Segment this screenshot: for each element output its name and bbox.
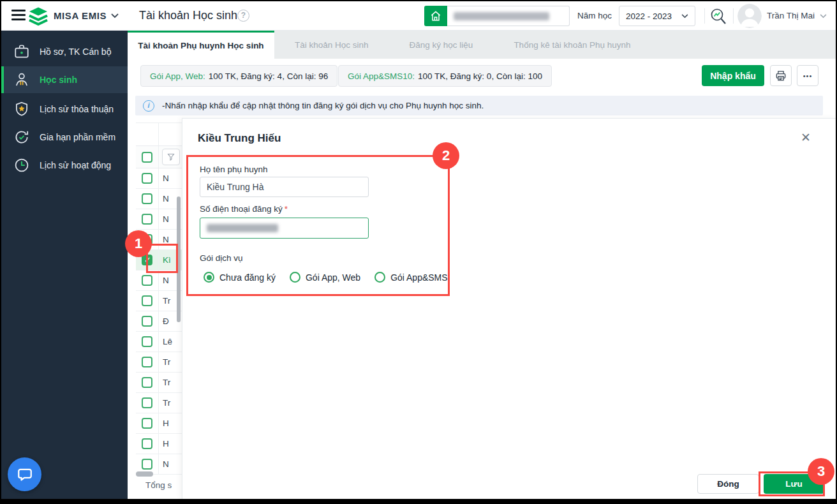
parent-name: H — [159, 439, 169, 448]
table-row[interactable]: Tr — [136, 352, 182, 373]
chevron-down-icon[interactable] — [111, 13, 119, 19]
help-icon[interactable]: ? — [237, 10, 249, 22]
tab-tai-khoan-phu-huynh-hoc-sinh[interactable]: Tài khoản Phụ huynh Học sinh — [128, 31, 274, 59]
parent-name: N — [159, 174, 169, 183]
sidebar-item-label: Hồ sơ, TK Cán bộ — [40, 47, 111, 57]
row-checkbox[interactable] — [142, 397, 152, 408]
package-label: Gói dịch vụ — [200, 253, 243, 263]
search-analytics-icon[interactable] — [708, 6, 729, 29]
table-row[interactable]: N — [136, 209, 182, 230]
close-icon[interactable]: ✕ — [801, 131, 811, 144]
row-checkbox[interactable] — [142, 438, 152, 449]
radio-selected-icon[interactable] — [204, 272, 214, 283]
row-checkbox[interactable] — [142, 377, 152, 388]
divider — [733, 8, 734, 24]
parent-name-label: Họ tên phụ huynh — [200, 165, 268, 174]
radio-icon[interactable] — [290, 272, 300, 283]
info-bar: i -Nhấn nhập khẩu để cập nhật thông tin … — [135, 96, 823, 115]
table-row[interactable]: Tr — [136, 291, 182, 311]
parent-name: Lê — [159, 337, 172, 346]
radio-label: Gói App&SMS — [390, 272, 448, 283]
sidebar-item-hoc-sinh[interactable]: Học sinh — [1, 66, 128, 93]
sidebar-item-ho-so-tk-can-bo[interactable]: Hồ sơ, TK Cán bộ — [1, 38, 128, 65]
screenshot-frame: MISA EMIS Tài khoản Học sinh ? Năm học 2… — [0, 0, 837, 504]
more-options-button[interactable]: ••• — [797, 65, 818, 86]
row-checkbox-checked[interactable] — [142, 255, 152, 265]
radio-goi-app-sms[interactable]: Gói App&SMS — [374, 272, 448, 283]
table-row[interactable]: Tr — [136, 393, 182, 413]
row-checkbox[interactable] — [142, 316, 152, 327]
sidebar-item-lich-su-thoa-thuan[interactable]: Lịch sử thỏa thuận — [1, 96, 128, 122]
import-button[interactable]: Nhập khẩu — [702, 65, 764, 86]
table-horizontal-scrollbar[interactable] — [136, 471, 153, 477]
row-checkbox[interactable] — [142, 275, 152, 286]
table-row[interactable]: N — [136, 230, 182, 250]
row-checkbox[interactable] — [142, 459, 152, 470]
table-row[interactable]: H — [136, 413, 182, 434]
misa-emis-logo-icon — [27, 6, 50, 29]
save-button[interactable]: Lưu — [764, 474, 824, 494]
package-badge-app-sms: Gói App&SMS10: 100 TK, Đăng ký: 0, Còn l… — [338, 65, 552, 87]
table-row[interactable]: Đ — [136, 311, 182, 332]
renew-check-icon — [13, 128, 31, 146]
row-checkbox[interactable] — [142, 295, 152, 306]
table-row[interactable]: Lê — [136, 332, 182, 352]
tab-tai-khoan-hoc-sinh[interactable]: Tài khoản Học sinh — [274, 31, 389, 59]
sidebar-item-label: Lịch sử thỏa thuận — [40, 104, 114, 114]
row-checkbox[interactable] — [142, 193, 152, 204]
table-row[interactable]: Tr — [136, 373, 182, 393]
table-row-selected[interactable]: Kì — [136, 250, 182, 271]
parent-name-input[interactable] — [200, 177, 369, 197]
user-name[interactable]: Trần Thị Mai — [767, 11, 815, 20]
phone-input[interactable] — [200, 218, 369, 239]
print-button[interactable] — [770, 65, 792, 86]
parent-name: N — [159, 459, 169, 469]
table-vertical-scrollbar[interactable] — [177, 196, 181, 322]
chat-bubble-icon — [17, 466, 33, 483]
avatar[interactable] — [737, 4, 762, 28]
redacted-phone-number — [207, 224, 278, 232]
parent-name: H — [159, 419, 169, 428]
radio-goi-app-web[interactable]: Gói App, Web — [290, 272, 360, 283]
radio-chua-dang-ky[interactable]: Chưa đăng ký — [204, 272, 276, 283]
school-year-select[interactable]: 2022 - 2023 — [619, 6, 695, 26]
parent-name: N — [159, 235, 169, 244]
chat-widget-button[interactable] — [8, 457, 41, 491]
parent-name: Tr — [159, 357, 170, 367]
radio-label: Chưa đăng ký — [219, 272, 276, 283]
sidebar-item-gia-han-phan-mem[interactable]: Gia hạn phần mềm — [1, 124, 128, 151]
radio-icon[interactable] — [374, 272, 385, 283]
close-button[interactable]: Đóng — [697, 474, 759, 494]
parent-name: Đ — [159, 316, 169, 326]
filter-button[interactable] — [162, 149, 180, 165]
printer-icon — [774, 70, 787, 82]
tab-thong-ke-tai-khoan-phu-huynh[interactable]: Thống kê tài khoản Phụ huynh — [493, 31, 651, 59]
tab-dang-ky-hoc-lieu[interactable]: Đăng ký học liệu — [389, 31, 494, 59]
row-checkbox[interactable] — [142, 357, 152, 367]
table-row[interactable]: N — [136, 168, 182, 189]
badge-label: Gói App&SMS10: — [348, 71, 415, 81]
sidebar: Hồ sơ, TK Cán bộ Học sinh Lịch sử thỏa t… — [1, 31, 128, 499]
top-header: MISA EMIS Tài khoản Học sinh ? Năm học 2… — [1, 1, 836, 31]
table-total-label: Tổng s — [145, 480, 181, 490]
info-icon: i — [143, 100, 154, 112]
school-name-field[interactable] — [447, 6, 570, 26]
table-row[interactable]: N — [136, 271, 182, 291]
sidebar-item-lich-su-hoat-dong[interactable]: Lịch sử hoạt động — [1, 152, 128, 179]
badge-value: 100 TK, Đăng ký: 0, Còn lại: 100 — [418, 71, 542, 81]
hamburger-menu-icon[interactable] — [11, 10, 26, 21]
school-home-button[interactable] — [424, 6, 447, 26]
parent-name: Tr — [159, 296, 170, 306]
select-all-checkbox[interactable] — [142, 152, 152, 163]
row-checkbox[interactable] — [142, 418, 152, 429]
row-checkbox[interactable] — [142, 173, 152, 184]
sidebar-item-label: Lịch sử hoạt động — [40, 160, 111, 170]
chevron-down-icon[interactable] — [820, 14, 827, 19]
row-checkbox[interactable] — [142, 234, 152, 245]
row-checkbox[interactable] — [142, 336, 152, 347]
parent-name: Tr — [159, 398, 170, 408]
table-row[interactable]: H — [136, 434, 182, 454]
row-checkbox[interactable] — [142, 214, 152, 225]
radio-label: Gói App, Web — [306, 272, 360, 283]
table-row[interactable]: N — [136, 189, 182, 209]
